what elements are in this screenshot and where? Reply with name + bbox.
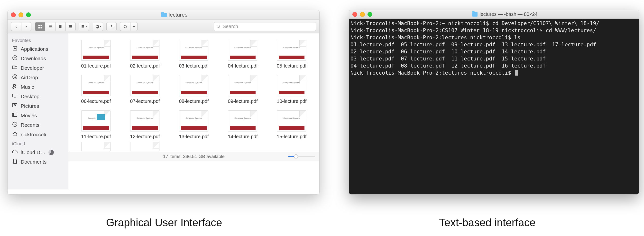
svg-rect-0 (38, 25, 40, 26)
back-button[interactable]: ‹ (11, 22, 21, 31)
view-gallery-button[interactable] (66, 22, 76, 31)
sidebar-item-nicktroccoli[interactable]: nicktroccoli (8, 130, 68, 139)
pdf-thumbnail-icon: Computer Systems (130, 40, 160, 61)
search-field[interactable]: Search (214, 22, 316, 31)
file-name: 10-lecture.pdf (277, 98, 306, 104)
action-button[interactable]: ▾ (93, 22, 103, 31)
sidebar-item-downloads[interactable]: Downloads (8, 54, 68, 63)
svg-rect-25 (13, 113, 17, 116)
file-name: 11-lecture.pdf (81, 134, 111, 140)
sidebar-item-label: Recents (21, 122, 40, 128)
svg-rect-11 (69, 27, 70, 28)
svg-rect-4 (49, 25, 52, 26)
file-item[interactable]: Computer Systems12-lecture.pdf (124, 110, 165, 140)
cloud-icon (12, 149, 18, 156)
sidebar-item-label: iCloud D… (21, 150, 46, 155)
caption-right: Text-based interface (439, 216, 536, 229)
file-item[interactable]: Computer Systems10-lecture.pdf (272, 75, 312, 104)
pdf-thumbnail-icon (130, 142, 160, 151)
pdf-thumbnail-icon: Computer Systems (228, 40, 257, 61)
pdf-thumbnail-icon (81, 142, 110, 151)
sidebar-item-movies[interactable]: Movies (8, 111, 68, 120)
svg-rect-8 (60, 25, 61, 28)
sidebar-item-music[interactable]: Music (8, 82, 68, 92)
file-item[interactable] (76, 142, 116, 152)
close-button[interactable] (352, 12, 357, 17)
terminal-body[interactable]: Nick-Troccolis-MacBook-Pro-2:~ nicktrocc… (349, 19, 639, 194)
file-name: 13-lecture.pdf (179, 134, 208, 140)
minimize-button[interactable] (360, 12, 365, 17)
svg-point-21 (14, 76, 16, 78)
pdf-thumbnail-icon: Computer Systems (81, 110, 110, 132)
file-item[interactable]: Computer Systems09-lecture.pdf (222, 75, 263, 104)
downloads-icon (12, 55, 18, 62)
tags-button[interactable] (120, 22, 130, 31)
svg-rect-16 (82, 26, 83, 28)
file-item[interactable]: Computer Systems13-lecture.pdf (174, 110, 214, 140)
file-item[interactable]: Computer Systems05-lecture.pdf (272, 40, 312, 69)
file-item[interactable] (124, 142, 165, 152)
minimize-button[interactable] (18, 13, 23, 17)
dropdown-button[interactable]: ▾ (130, 22, 138, 31)
documents-icon (12, 158, 18, 165)
file-name: 15-lecture.pdf (277, 134, 306, 140)
view-icon-button[interactable] (35, 22, 45, 31)
svg-rect-5 (49, 26, 52, 27)
window-title-text: lectures (169, 12, 188, 18)
pdf-thumbnail-icon: Computer Systems (81, 40, 110, 61)
pdf-thumbnail-icon: Computer Systems (228, 75, 257, 96)
file-name: 09-lecture.pdf (228, 98, 258, 104)
file-item[interactable]: Computer Systems01-lecture.pdf (76, 40, 116, 69)
pdf-thumbnail-icon: Computer Systems (179, 110, 208, 132)
status-text: 17 items, 386.51 GB available (163, 154, 225, 159)
file-item[interactable]: Computer Systems02-lecture.pdf (124, 40, 165, 69)
sidebar-item-icloud-d-[interactable]: iCloud D… (8, 148, 68, 157)
file-name: 04-lecture.pdf (228, 63, 258, 69)
svg-rect-15 (83, 25, 84, 26)
file-item[interactable]: Computer Systems11-lecture.pdf (76, 110, 116, 140)
sidebar-item-desktop[interactable]: Desktop (8, 92, 68, 101)
gallery-icon (68, 24, 73, 29)
pdf-thumbnail-icon: Computer Systems (130, 75, 160, 96)
forward-button[interactable]: › (21, 22, 32, 31)
sidebar-item-developer[interactable]: Developer (8, 63, 68, 73)
view-column-button[interactable] (55, 22, 66, 31)
file-item[interactable]: Computer Systems06-lecture.pdf (76, 75, 116, 104)
file-item[interactable]: Computer Systems14-lecture.pdf (222, 110, 263, 140)
pdf-thumbnail-icon: Computer Systems (179, 75, 208, 96)
sidebar-item-applications[interactable]: Applications (8, 44, 68, 54)
sidebar-item-label: Desktop (21, 94, 40, 99)
share-button[interactable] (106, 22, 116, 31)
file-item[interactable]: Computer Systems08-lecture.pdf (174, 75, 214, 104)
folder-icon (12, 64, 18, 71)
zoom-slider[interactable] (288, 156, 315, 157)
svg-rect-10 (69, 25, 72, 27)
sidebar-item-pictures[interactable]: Pictures (8, 101, 68, 111)
pdf-thumbnail-icon: Computer Systems (179, 40, 208, 61)
pictures-icon (12, 102, 18, 109)
file-name: 02-lecture.pdf (130, 63, 160, 69)
file-name: 14-lecture.pdf (228, 134, 258, 140)
file-item[interactable]: Computer Systems03-lecture.pdf (174, 40, 214, 69)
view-list-button[interactable] (45, 22, 55, 31)
grid-icon (38, 24, 42, 29)
sidebar-item-recents[interactable]: Recents (8, 120, 68, 130)
sidebar-heading-favorites: Favorites (8, 36, 68, 44)
close-button[interactable] (11, 13, 16, 17)
sidebar-item-documents[interactable]: Documents (8, 157, 68, 167)
file-name: 12-lecture.pdf (130, 134, 160, 140)
zoom-button[interactable] (26, 13, 31, 17)
svg-rect-12 (70, 27, 71, 28)
file-item[interactable]: Computer Systems07-lecture.pdf (124, 75, 165, 104)
file-item[interactable]: Computer Systems15-lecture.pdf (272, 110, 312, 140)
movies-icon (12, 112, 18, 119)
sidebar-item-label: Documents (21, 159, 46, 165)
sidebar-item-airdrop[interactable]: AirDrop (8, 73, 68, 82)
pdf-thumbnail-icon: Computer Systems (277, 75, 306, 96)
arrange-button[interactable]: ▾ (79, 22, 89, 31)
file-item[interactable]: Computer Systems04-lecture.pdf (222, 40, 263, 69)
gear-icon (95, 24, 100, 29)
folder-icon (472, 12, 478, 17)
zoom-button[interactable] (368, 12, 372, 17)
sidebar: Favorites ApplicationsDownloadsDeveloper… (8, 33, 68, 189)
